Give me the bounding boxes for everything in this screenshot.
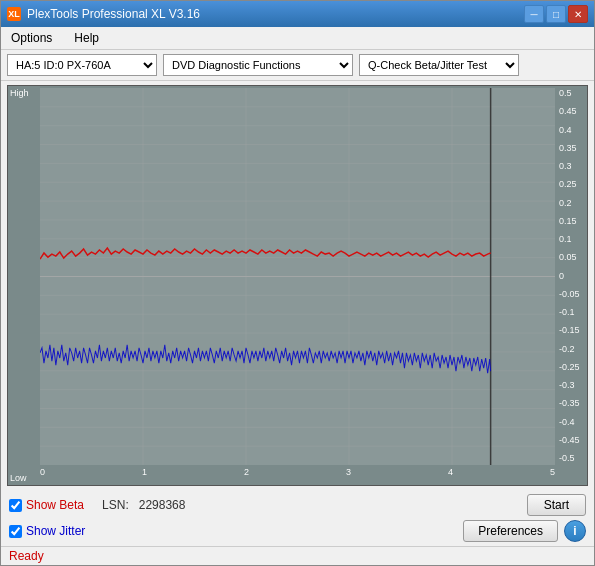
main-window: XL PlexTools Professional XL V3.16 ─ □ ✕… bbox=[0, 0, 595, 566]
status-text: Ready bbox=[9, 549, 44, 563]
chart-svg bbox=[40, 88, 555, 465]
x-label-5: 5 bbox=[550, 467, 555, 477]
y-label-10: 0 bbox=[557, 271, 585, 281]
show-jitter-label: Show Jitter bbox=[26, 524, 85, 538]
y-label-2: 0.4 bbox=[557, 125, 585, 135]
y-label-16: -0.3 bbox=[557, 380, 585, 390]
bottom-bar: Show Beta LSN: 2298368 Start bbox=[1, 490, 594, 520]
chart-x-axis: 0 1 2 3 4 5 bbox=[40, 465, 555, 485]
x-label-2: 2 bbox=[244, 467, 249, 477]
y-label-5: 0.25 bbox=[557, 179, 585, 189]
restore-button[interactable]: □ bbox=[546, 5, 566, 23]
y-label-12: -0.1 bbox=[557, 307, 585, 317]
show-beta-row: Show Beta bbox=[9, 498, 84, 512]
y-label-4: 0.3 bbox=[557, 161, 585, 171]
y-label-18: -0.4 bbox=[557, 417, 585, 427]
bottom-bar-2: Show Jitter Preferences i bbox=[1, 520, 594, 546]
y-label-14: -0.2 bbox=[557, 344, 585, 354]
y-label-20: -0.5 bbox=[557, 453, 585, 463]
show-beta-checkbox[interactable] bbox=[9, 499, 22, 512]
jitter-line bbox=[40, 345, 491, 374]
show-jitter-row: Show Jitter bbox=[9, 524, 85, 538]
minimize-button[interactable]: ─ bbox=[524, 5, 544, 23]
y-label-8: 0.1 bbox=[557, 234, 585, 244]
start-button[interactable]: Start bbox=[527, 494, 586, 516]
chart-low-label: Low bbox=[10, 473, 27, 483]
lsn-info: LSN: 2298368 bbox=[102, 498, 185, 512]
preferences-button[interactable]: Preferences bbox=[463, 520, 558, 542]
y-label-3: 0.35 bbox=[557, 143, 585, 153]
y-label-17: -0.35 bbox=[557, 398, 585, 408]
y-label-11: -0.05 bbox=[557, 289, 585, 299]
chart-area: High Low 0.5 0.45 0.4 0.35 0.3 0.25 0.2 … bbox=[7, 85, 588, 486]
lsn-value: 2298368 bbox=[139, 498, 186, 512]
y-label-13: -0.15 bbox=[557, 325, 585, 335]
y-label-15: -0.25 bbox=[557, 362, 585, 372]
app-icon: XL bbox=[7, 7, 21, 21]
test-select[interactable]: Q-Check Beta/Jitter Test bbox=[359, 54, 519, 76]
y-label-7: 0.15 bbox=[557, 216, 585, 226]
chart-inner bbox=[40, 88, 555, 465]
y-label-6: 0.2 bbox=[557, 198, 585, 208]
title-bar: XL PlexTools Professional XL V3.16 ─ □ ✕ bbox=[1, 1, 594, 27]
show-jitter-checkbox[interactable] bbox=[9, 525, 22, 538]
toolbar: HA:5 ID:0 PX-760A DVD Diagnostic Functio… bbox=[1, 50, 594, 81]
menu-help[interactable]: Help bbox=[68, 29, 105, 47]
y-label-9: 0.05 bbox=[557, 252, 585, 262]
window-title: PlexTools Professional XL V3.16 bbox=[27, 7, 200, 21]
close-button[interactable]: ✕ bbox=[568, 5, 588, 23]
function-select[interactable]: DVD Diagnostic Functions bbox=[163, 54, 353, 76]
y-label-1: 0.45 bbox=[557, 106, 585, 116]
y-label-19: -0.45 bbox=[557, 435, 585, 445]
x-label-1: 1 bbox=[142, 467, 147, 477]
show-beta-label: Show Beta bbox=[26, 498, 84, 512]
chart-high-label: High bbox=[10, 88, 29, 98]
drive-select[interactable]: HA:5 ID:0 PX-760A bbox=[7, 54, 157, 76]
menu-options[interactable]: Options bbox=[5, 29, 58, 47]
y-label-0: 0.5 bbox=[557, 88, 585, 98]
title-bar-left: XL PlexTools Professional XL V3.16 bbox=[7, 7, 200, 21]
x-label-0: 0 bbox=[40, 467, 45, 477]
menu-bar: Options Help bbox=[1, 27, 594, 50]
x-label-3: 3 bbox=[346, 467, 351, 477]
x-label-4: 4 bbox=[448, 467, 453, 477]
window-controls: ─ □ ✕ bbox=[524, 5, 588, 23]
info-button[interactable]: i bbox=[564, 520, 586, 542]
lsn-label: LSN: bbox=[102, 498, 129, 512]
status-bar: Ready bbox=[1, 546, 594, 565]
chart-y-right: 0.5 0.45 0.4 0.35 0.3 0.25 0.2 0.15 0.1 … bbox=[555, 86, 587, 465]
